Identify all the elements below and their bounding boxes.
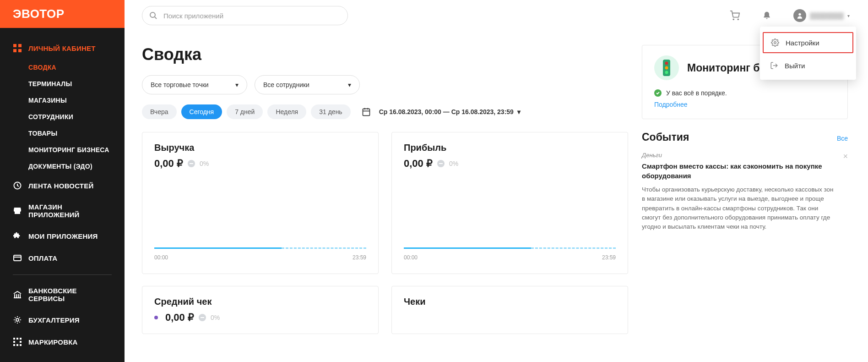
period-row: Вчера Сегодня 7 дней Неделя 31 день Ср 1…: [142, 104, 628, 119]
menu-item-settings[interactable]: Настройки: [763, 32, 853, 53]
sidebar-subnav: СВОДКА ТЕРМИНАЛЫ МАГАЗИНЫ СОТРУДНИКИ ТОВ…: [0, 59, 125, 175]
stores-select-label: Все торговые точки: [151, 81, 209, 88]
brand-logo: ЭВОТОР: [13, 7, 65, 21]
status-text: У вас всё в порядке.: [666, 89, 727, 97]
events-all-link[interactable]: Все: [837, 135, 848, 142]
period-7d[interactable]: 7 дней: [227, 104, 263, 119]
chevron-down-icon: ▾: [235, 81, 239, 88]
cards-row-1: Выручка 0,00 ₽ 0% 00:00: [142, 132, 628, 274]
sidebar-divider: [13, 274, 112, 275]
card-receipts: Чеки: [391, 286, 628, 334]
status-row: У вас всё в порядке.: [654, 89, 835, 97]
chart-line: [404, 247, 616, 249]
chart-line: [154, 247, 366, 249]
search-input[interactable]: [142, 6, 348, 25]
traffic-light-icon: [654, 55, 679, 80]
staff-select[interactable]: Все сотрудники ▾: [255, 75, 360, 94]
svg-rect-12: [20, 341, 22, 343]
sidebar-item-label: ЛИЧНЫЙ КАБИНЕТ: [28, 44, 96, 52]
svg-rect-8: [13, 338, 15, 340]
store-icon: [13, 206, 22, 215]
menu-item-logout[interactable]: Выйти: [760, 55, 856, 76]
sidebar-item-payment[interactable]: ОПЛАТА: [0, 247, 125, 269]
period-yesterday[interactable]: Вчера: [142, 104, 177, 119]
bell-icon[interactable]: [761, 10, 772, 21]
gear-icon: [771, 38, 779, 47]
logout-icon: [770, 61, 778, 70]
svg-point-19: [738, 19, 739, 20]
user-chip[interactable]: ████████ ▾: [793, 9, 850, 22]
staff-select-label: Все сотрудники: [263, 81, 309, 88]
period-31d[interactable]: 31 день: [311, 104, 350, 119]
sidebar-sub-stores[interactable]: МАГАЗИНЫ: [28, 92, 125, 109]
news-category: Деньги: [642, 152, 834, 159]
neutral-badge-icon: [188, 160, 195, 167]
news-body: Чтобы организовать курьерскую доставку, …: [642, 185, 834, 231]
right-column: Мониторинг бизнеса У вас всё в порядке. …: [642, 38, 848, 362]
svg-rect-5: [14, 255, 21, 261]
events-header: События Все: [642, 131, 848, 143]
sidebar-item-label: МОИ ПРИЛОЖЕНИЯ: [28, 232, 98, 240]
sidebar-nav: ЛИЧНЫЙ КАБИНЕТ СВОДКА ТЕРМИНАЛЫ МАГАЗИНЫ…: [0, 28, 125, 362]
svg-rect-2: [13, 49, 16, 52]
chevron-down-icon: ▾: [517, 108, 521, 115]
sidebar-sub-monitoring[interactable]: МОНИТОРИНГ БИЗНЕСА: [28, 142, 125, 158]
bank-icon: [13, 290, 22, 299]
period-today[interactable]: Сегодня: [181, 104, 222, 119]
svg-rect-13: [13, 344, 15, 346]
main: ████████ ▾ Настройки Выйти Сводка: [125, 0, 868, 362]
monitoring-more-link[interactable]: Подробнее: [654, 101, 688, 108]
sidebar-item-bank[interactable]: БАНКОВСКИЕ СЕРВИСЫ: [0, 280, 125, 309]
card-pct: 0%: [200, 160, 209, 167]
close-icon[interactable]: ×: [843, 152, 848, 161]
card-value: 0,00 ₽: [154, 158, 183, 170]
svg-rect-10: [20, 338, 22, 340]
svg-rect-11: [13, 341, 15, 343]
card-profit: Прибыль 0,00 ₽ 0% 00:00: [391, 132, 628, 274]
svg-point-16: [150, 12, 155, 17]
date-range[interactable]: Ср 16.08.2023, 00:00 — Ср 16.08.2023, 23…: [379, 108, 521, 115]
card-title: Выручка: [154, 143, 366, 153]
sidebar-sub-staff[interactable]: СОТРУДНИКИ: [28, 109, 125, 125]
cart-icon[interactable]: [729, 10, 740, 21]
sidebar-item-dashboard[interactable]: ЛИЧНЫЙ КАБИНЕТ: [0, 37, 125, 59]
sidebar-sub-summary[interactable]: СВОДКА: [28, 59, 125, 76]
card-avg-check: Средний чек 0,00 ₽ 0%: [142, 286, 379, 334]
card-revenue: Выручка 0,00 ₽ 0% 00:00: [142, 132, 379, 274]
stores-select[interactable]: Все торговые точки ▾: [142, 75, 247, 94]
sidebar-item-label: БАНКОВСКИЕ СЕРВИСЫ: [28, 287, 112, 302]
user-menu: Настройки Выйти: [760, 27, 856, 80]
avatar-icon: [793, 9, 806, 22]
sidebar-item-label: МАРКИРОВКА: [28, 338, 78, 346]
sidebar-item-myapps[interactable]: МОИ ПРИЛОЖЕНИЯ: [0, 225, 125, 247]
logo-bar[interactable]: ЭВОТОР: [0, 0, 125, 28]
cards-row-2: Средний чек 0,00 ₽ 0% Чеки: [142, 286, 628, 334]
svg-rect-27: [439, 163, 443, 164]
sidebar-item-news[interactable]: ЛЕНТА НОВОСТЕЙ: [0, 175, 125, 197]
t0: 00:00: [154, 254, 168, 261]
page-title: Сводка: [142, 45, 628, 64]
left-column: Сводка Все торговые точки ▾ Все сотрудни…: [142, 38, 628, 362]
t1: 23:59: [602, 254, 616, 261]
events-title: События: [642, 131, 689, 143]
menu-item-label: Настройки: [786, 39, 819, 47]
card-value: 0,00 ₽: [165, 312, 194, 324]
card-value-row: 0,00 ₽ 0%: [154, 312, 366, 324]
calendar-icon[interactable]: [362, 107, 371, 116]
puzzle-icon: [13, 231, 22, 241]
series-dot-icon: [154, 316, 158, 319]
sidebar-item-accounting[interactable]: БУХГАЛТЕРИЯ: [0, 309, 125, 331]
svg-rect-15: [20, 344, 22, 346]
sidebar-sub-terminals[interactable]: ТЕРМИНАЛЫ: [28, 76, 125, 92]
sidebar-sub-goods[interactable]: ТОВАРЫ: [28, 125, 125, 142]
sidebar-item-appstore[interactable]: МАГАЗИН ПРИЛОЖЕНИЙ: [0, 197, 125, 225]
sidebar-sub-docs[interactable]: ДОКУМЕНТЫ (ЭДО): [28, 158, 125, 175]
card-value-row: 0,00 ₽ 0%: [154, 158, 366, 170]
news-title[interactable]: Смартфон вместо кассы: как сэкономить на…: [642, 161, 834, 181]
chevron-down-icon: ▾: [348, 81, 351, 88]
sidebar-item-marking[interactable]: МАРКИРОВКА: [0, 331, 125, 353]
period-week[interactable]: Неделя: [267, 104, 306, 119]
filter-row: Все торговые точки ▾ Все сотрудники ▾: [142, 75, 628, 94]
t0: 00:00: [404, 254, 418, 261]
neutral-badge-icon: [199, 314, 206, 321]
